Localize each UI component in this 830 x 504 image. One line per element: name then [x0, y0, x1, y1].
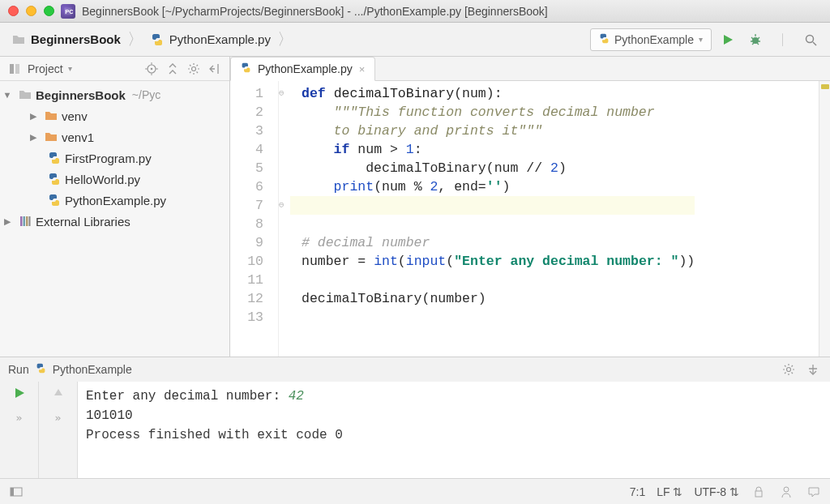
- run-configuration-selector[interactable]: PythonExample ▾: [590, 28, 712, 51]
- line-number: 7: [230, 196, 263, 215]
- debug-button[interactable]: [744, 28, 767, 51]
- breadcrumb-project[interactable]: BeginnersBook: [8, 31, 124, 49]
- tree-folder-venv[interactable]: ▶ venv: [0, 105, 229, 126]
- gear-icon[interactable]: [186, 61, 202, 77]
- python-file-icon: [47, 193, 62, 207]
- run-header: Run PythonExample: [0, 357, 830, 382]
- folder-icon: [44, 109, 58, 123]
- tree-root-label: BeginnersBook: [36, 88, 126, 102]
- python-file-icon: [599, 33, 610, 46]
- file-encoding[interactable]: UTF-8 ⇅: [694, 485, 739, 498]
- chevron-down-icon[interactable]: ▼: [0, 90, 15, 100]
- tree-folder-venv1[interactable]: ▶ venv1: [0, 126, 229, 147]
- chevron-down-icon[interactable]: ▾: [68, 64, 72, 73]
- editor-area: PythonExample.py × 1 2 3 4 5 6 7 8 9 10 …: [230, 57, 830, 357]
- more-button[interactable]: »: [16, 412, 23, 424]
- tab-pythonexample[interactable]: PythonExample.py ×: [230, 57, 375, 81]
- svg-point-8: [192, 66, 196, 70]
- main-body: Project ▾ ▼ BeginnersBook ~/Pyc ▶ venv ▶: [0, 57, 830, 357]
- svg-point-3: [806, 35, 814, 42]
- folder-icon: [11, 32, 26, 47]
- feedback-icon[interactable]: [806, 484, 822, 500]
- library-icon: [18, 214, 32, 229]
- breadcrumb-file[interactable]: PythonExample.py: [147, 31, 274, 49]
- status-bar: 7:1 LF ⇅ UTF-8 ⇅: [0, 478, 830, 504]
- cursor-position[interactable]: 7:1: [630, 485, 645, 498]
- svg-point-2: [752, 37, 759, 44]
- project-tool-window: Project ▾ ▼ BeginnersBook ~/Pyc ▶ venv ▶: [0, 57, 230, 357]
- line-number: 12: [230, 289, 263, 308]
- python-file-icon: [241, 62, 251, 75]
- line-separator[interactable]: LF ⇅: [657, 485, 682, 498]
- python-file-icon: [47, 151, 62, 165]
- tree-item-label: HelloWorld.py: [65, 173, 140, 186]
- project-pane-title: Project: [28, 62, 63, 75]
- line-number: 8: [230, 215, 263, 233]
- project-view-icon[interactable]: [6, 61, 23, 77]
- window-title: BeginnersBook [~/PycharmProjects/Beginne…: [82, 5, 822, 18]
- chevron-right-icon[interactable]: ▶: [0, 216, 15, 227]
- navigation-bar: BeginnersBook 〉 PythonExample.py 〉 Pytho…: [0, 23, 830, 57]
- run-button[interactable]: [717, 28, 739, 51]
- search-everywhere-button[interactable]: [799, 28, 822, 51]
- svg-rect-15: [11, 488, 14, 496]
- console-output-line: 101010: [86, 408, 133, 423]
- pycharm-app-icon: PC: [61, 4, 75, 19]
- rerun-button[interactable]: [13, 387, 26, 402]
- hide-icon[interactable]: [804, 361, 822, 378]
- line-number: 9: [230, 233, 263, 252]
- gear-icon[interactable]: [780, 361, 798, 378]
- run-toolbar-left: »: [0, 382, 39, 478]
- breadcrumb-separator-2: 〉: [277, 28, 293, 50]
- console-exit-line: Process finished with exit code 0: [86, 428, 343, 442]
- chevron-down-icon: ▾: [699, 35, 703, 44]
- line-number-gutter: 1 2 3 4 5 6 7 8 9 10 11 12 13: [230, 81, 279, 357]
- window-controls: [8, 6, 54, 16]
- tree-item-label: PythonExample.py: [65, 194, 166, 207]
- close-tab-button[interactable]: ×: [359, 63, 366, 75]
- close-window-button[interactable]: [8, 6, 19, 16]
- scroll-up-button[interactable]: [52, 387, 65, 402]
- tree-root[interactable]: ▼ BeginnersBook ~/Pyc: [0, 84, 229, 105]
- hector-icon[interactable]: [778, 484, 794, 500]
- chevron-right-icon[interactable]: ▶: [26, 132, 41, 143]
- tool-window-toggle-icon[interactable]: [8, 484, 24, 500]
- python-file-icon: [36, 363, 46, 376]
- console-prompt: Enter any decimal number:: [86, 389, 289, 404]
- maximize-window-button[interactable]: [44, 6, 54, 16]
- console-user-input: 42: [289, 389, 304, 404]
- more-button[interactable]: »: [55, 412, 62, 424]
- collapse-all-icon[interactable]: [165, 61, 181, 77]
- run-title: Run: [8, 363, 29, 376]
- editor-tabs: PythonExample.py ×: [230, 57, 830, 81]
- run-config-label: PythonExample: [53, 363, 132, 376]
- svg-rect-9: [20, 216, 23, 226]
- tree-item-label: External Libraries: [36, 215, 130, 229]
- tree-file-firstprogram[interactable]: FirstProgram.py: [0, 147, 229, 169]
- locate-icon[interactable]: [143, 61, 160, 77]
- run-console-output[interactable]: Enter any decimal number: 42 101010 Proc…: [78, 382, 830, 478]
- tree-item-label: FirstProgram.py: [65, 152, 152, 165]
- minimize-window-button[interactable]: [26, 6, 36, 16]
- line-number: 10: [230, 252, 263, 271]
- code-folding-gutter[interactable]: ⊖ ⊖: [279, 81, 290, 357]
- line-number: 2: [230, 103, 263, 122]
- hide-icon[interactable]: [207, 61, 223, 77]
- code-content[interactable]: def decimalToBinary(num): """This functi…: [290, 81, 695, 357]
- tree-file-helloworld[interactable]: HelloWorld.py: [0, 169, 229, 190]
- project-pane-header: Project ▾: [0, 57, 229, 81]
- svg-rect-5: [15, 64, 19, 74]
- svg-point-7: [151, 67, 153, 70]
- python-file-icon: [150, 32, 165, 47]
- chevron-right-icon[interactable]: ▶: [26, 111, 41, 122]
- line-number: 5: [230, 159, 263, 177]
- code-editor[interactable]: 1 2 3 4 5 6 7 8 9 10 11 12 13 ⊖ ⊖ def de…: [230, 81, 830, 357]
- svg-point-13: [787, 368, 791, 372]
- folder-icon: [18, 88, 32, 102]
- tree-file-pythonexample[interactable]: PythonExample.py: [0, 190, 229, 211]
- tree-external-libraries[interactable]: ▶ External Libraries: [0, 211, 229, 232]
- editor-scrollbar[interactable]: [819, 81, 830, 357]
- run-config-name: PythonExample: [614, 33, 694, 46]
- line-number: 1: [230, 84, 263, 103]
- lock-icon[interactable]: [751, 484, 767, 500]
